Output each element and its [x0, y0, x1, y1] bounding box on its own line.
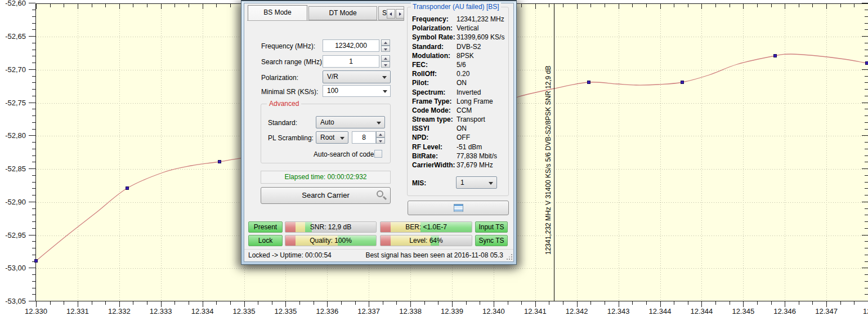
search-range-spinner[interactable] — [381, 55, 390, 68]
list-icon — [454, 204, 463, 212]
tab-pane-border — [247, 20, 404, 21]
x-minor-tick — [466, 301, 467, 305]
y-minor-tick-right — [865, 96, 868, 96]
y-major-tick — [29, 301, 35, 301]
y-minor-tick — [32, 122, 35, 123]
x-minor-tick — [674, 301, 674, 305]
transponder-row: Pilot:ON — [408, 79, 508, 88]
x-minor-tick — [216, 301, 217, 305]
x-major-tick — [494, 301, 494, 307]
x-minor-tick — [840, 301, 841, 305]
transponder-row-value: 12341,232 MHz — [457, 15, 504, 23]
x-axis-tick-label: 12.333 — [144, 307, 178, 315]
x-minor-tick — [854, 301, 854, 305]
x-minor-tick-top — [50, 3, 51, 7]
x-minor-tick-top — [549, 3, 549, 7]
frequency-spinner[interactable] — [381, 39, 390, 52]
x-minor-tick-top — [133, 3, 133, 7]
y-major-tick — [29, 235, 35, 235]
resize-grip[interactable] — [511, 259, 512, 260]
x-minor-tick — [424, 301, 425, 305]
spin-down-button[interactable] — [376, 137, 385, 144]
transponder-row: RF Level:-51 dBm — [408, 143, 508, 152]
x-minor-tick — [632, 301, 633, 305]
y-minor-tick — [32, 188, 35, 189]
spin-up-button[interactable] — [381, 39, 390, 46]
tab-dt-mode[interactable]: DT Mode — [308, 6, 377, 20]
present-indicator: Present — [248, 221, 283, 233]
transponder-row-value: Vertical — [457, 24, 478, 32]
x-axis-tick-label: 12.332 — [102, 307, 136, 315]
x-major-tick-top — [660, 3, 661, 9]
y-major-tick-right — [862, 36, 868, 37]
spin-down-button[interactable] — [381, 61, 390, 68]
y-major-tick-right — [862, 135, 868, 136]
y-minor-tick — [32, 76, 35, 77]
x-minor-tick-top — [715, 3, 716, 7]
transponder-list-button[interactable] — [408, 201, 509, 215]
minimal-sr-select[interactable]: 100 — [323, 85, 391, 97]
x-minor-tick-top — [64, 3, 64, 7]
x-minor-tick-top — [189, 3, 189, 7]
polarization-value: V/R — [327, 73, 338, 81]
x-major-tick-top — [701, 3, 702, 9]
tab-scroll-right-button[interactable] — [396, 9, 404, 19]
search-carrier-button[interactable]: Search Carrier — [261, 187, 391, 204]
y-minor-tick-right — [865, 149, 868, 149]
down-arrow-icon — [384, 64, 387, 66]
x-minor-tick — [258, 301, 258, 305]
ber-bar: BER: <1.0E-7 — [380, 221, 472, 233]
blindscan-dialog: BS Mode DT Mode S Frequency (MHz): 12342… — [241, 0, 517, 265]
transponder-row-value: CCM — [457, 106, 472, 114]
x-minor-tick-top — [646, 3, 647, 7]
y-minor-tick — [32, 43, 35, 43]
y-minor-tick-right — [865, 50, 868, 50]
tuned-frequency-marker-line[interactable] — [554, 3, 554, 301]
pl-code-spinner[interactable] — [376, 131, 385, 144]
x-major-tick-top — [161, 3, 162, 9]
frequency-input[interactable]: 12342,000 — [323, 39, 379, 52]
y-major-tick — [29, 36, 35, 37]
y-axis-tick-label: -53,00 — [0, 264, 26, 272]
transponder-row: Standard:DVB-S2 — [408, 43, 508, 52]
y-axis-tick-label: -52,75 — [0, 99, 26, 107]
spin-up-button[interactable] — [376, 131, 385, 137]
autosearch-checkbox[interactable] — [374, 150, 382, 158]
tab-bs-mode[interactable]: BS Mode — [248, 5, 307, 20]
x-minor-tick-top — [590, 3, 591, 7]
x-axis-tick-label: 12.338 — [393, 307, 427, 315]
x-minor-tick-top — [688, 3, 688, 7]
transponder-row-label: Standard: — [412, 43, 444, 51]
y-major-tick-right — [862, 3, 868, 3]
x-minor-tick-top — [730, 3, 730, 7]
y-major-tick-right — [862, 202, 868, 202]
pl-scrambling-mode-select[interactable]: Root — [316, 131, 348, 144]
spin-up-button[interactable] — [381, 55, 390, 61]
x-minor-tick — [189, 301, 189, 305]
transponder-row: Stream type:Transport — [408, 115, 508, 125]
transponder-row-value: Inverted — [457, 88, 481, 96]
polarization-select[interactable]: V/R — [323, 70, 391, 83]
pl-scrambling-label: PL Scrambling: — [268, 134, 314, 142]
mis-select[interactable]: 1 — [456, 176, 497, 189]
y-minor-tick — [32, 255, 35, 255]
x-minor-tick — [299, 301, 300, 305]
x-major-tick — [244, 301, 245, 307]
up-arrow-icon — [384, 57, 387, 60]
transponder-row-label: Stream type: — [412, 115, 453, 123]
transponder-row-label: RollOff: — [412, 70, 437, 78]
search-range-label: Search range (MHz): — [261, 58, 324, 66]
x-minor-tick-top — [216, 3, 217, 7]
x-axis-tick-label: 12.337 — [352, 307, 386, 315]
standard-select[interactable]: Auto — [316, 116, 385, 128]
x-minor-tick-top — [771, 3, 772, 7]
x-minor-tick-top — [840, 3, 841, 7]
transponder-row-value: 8PSK — [457, 52, 474, 60]
search-range-input[interactable]: 1 — [323, 55, 379, 68]
x-axis-tick-label: 12.334 — [186, 307, 220, 315]
x-minor-tick — [105, 301, 106, 305]
spin-down-button[interactable] — [381, 46, 390, 52]
y-major-tick — [29, 168, 35, 169]
pl-code-input[interactable]: 8 — [352, 131, 376, 144]
tab-scroll-left-button[interactable] — [387, 9, 395, 19]
